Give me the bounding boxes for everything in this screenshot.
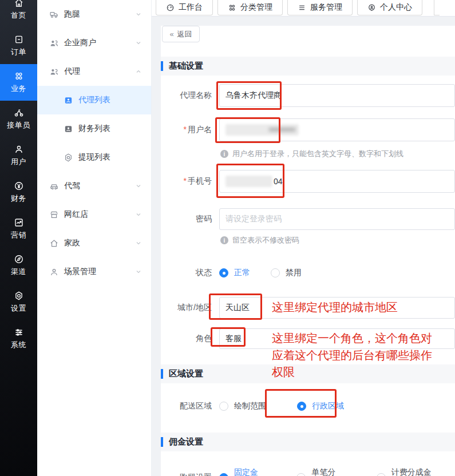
primary-nav-users[interactable]: 用户 (0, 137, 37, 174)
role-value: 客服 (225, 334, 242, 344)
storefront-icon (49, 210, 59, 220)
required-star: * (184, 125, 187, 134)
tab-service-management[interactable]: 服务管理 (287, 0, 353, 15)
role-annotation-text: 这里绑定一个角色，这个角色对 应着这个代理的后台有哪些操作 权限 (272, 330, 432, 381)
menu-item-online-shop[interactable]: 网红店 (37, 200, 151, 229)
password-input[interactable]: 请设定登录密码 (219, 208, 455, 230)
radio-label[interactable]: 计费分成金额 (391, 467, 434, 476)
tab-partial[interactable] (434, 0, 440, 15)
grid-circles-icon (228, 3, 236, 12)
section-title: 佣金设置 (169, 437, 203, 447)
list-icon (298, 3, 306, 12)
primary-nav-marketing[interactable]: 营销 (0, 211, 37, 247)
scooter-icon (49, 10, 59, 19)
menu-item-label: 代理 (64, 66, 80, 77)
radio-selected-icon[interactable] (219, 268, 228, 277)
delivery-option-draw[interactable]: 绘制范围 (219, 401, 266, 411)
radio-unselected-icon[interactable] (271, 268, 280, 277)
primary-nav-finance[interactable]: 财务 (0, 174, 37, 211)
id-card-icon (64, 96, 73, 105)
menu-item-enterprise-merchants[interactable]: 企业商户 (37, 29, 151, 57)
user-icon (14, 144, 24, 154)
menu-item-agents[interactable]: 代理 (37, 57, 151, 86)
menu-item-finance-list[interactable]: 财务列表 (37, 114, 151, 143)
primary-nav-label: 接单员 (7, 120, 30, 130)
chevron-down-icon (135, 240, 142, 247)
radio-unselected-icon[interactable] (219, 402, 228, 411)
menu-item-housekeeping[interactable]: 家政 (37, 229, 151, 257)
status-label: 状态 (161, 268, 219, 278)
radio-label[interactable]: 固定金额 (234, 467, 262, 476)
primary-nav-label: 系统 (11, 340, 26, 350)
radio-label[interactable]: 绘制范围 (234, 401, 266, 411)
primary-nav-label: 业务 (11, 84, 26, 94)
radio-unselected-icon[interactable] (296, 473, 306, 476)
role-label: 角色 (161, 334, 219, 344)
radio-selected-icon[interactable] (219, 473, 228, 476)
menu-item-driving[interactable]: 代驾 (37, 172, 151, 200)
delivery-option-admin[interactable]: 行政区域 (297, 401, 344, 411)
primary-nav-business[interactable]: 业务 (0, 64, 37, 101)
menu-item-scene-management[interactable]: 场景管理 (37, 257, 151, 286)
tab-label: 工作台 (179, 2, 203, 13)
redacted-username-value (225, 124, 299, 136)
menu-item-paotui[interactable]: 跑腿 (37, 0, 151, 29)
password-label: 密码 (161, 214, 219, 224)
menu-item-label: 企业商户 (64, 38, 96, 48)
home-icon (14, 0, 24, 8)
password-placeholder: 请设定登录密码 (225, 214, 282, 224)
errand-option-per-order[interactable]: 单笔分成 (296, 467, 339, 476)
home-outline-icon (49, 239, 59, 248)
primary-nav-home[interactable]: 首页 (0, 0, 37, 27)
menu-item-withdraw-list[interactable]: 提现列表 (37, 143, 151, 172)
primary-nav-label: 渠道 (11, 267, 26, 277)
city-row: 城市/地区 天山区 这里绑定代理的城市地区 (161, 297, 455, 319)
menu-item-label: 代理列表 (78, 95, 110, 105)
phone-label: *手机号 (161, 176, 219, 187)
username-input[interactable] (219, 118, 455, 141)
phone-input[interactable]: 04 (219, 170, 455, 193)
username-row: *用户名 (161, 118, 455, 141)
primary-nav-orders[interactable]: 订单 (0, 27, 37, 64)
people-icon (49, 67, 59, 77)
menu-item-agent-list[interactable]: 代理列表 (37, 86, 151, 114)
errand-option-fixed[interactable]: 固定金额 (219, 467, 262, 476)
section-title: 区域设置 (169, 368, 203, 379)
sliders-icon (14, 327, 24, 338)
role-row: 角色 客服 这里绑定一个角色，这个角色对 应着这个代理的后台有哪些操作 权限 (161, 328, 455, 349)
required-star: * (184, 176, 187, 185)
radio-label[interactable]: 单笔分成 (311, 467, 339, 476)
agent-name-row: 代理名称 乌鲁木齐代理商 (161, 84, 455, 107)
primary-nav-couriers[interactable]: 接单员 (0, 101, 37, 137)
back-button[interactable]: « 返回 (162, 26, 200, 42)
primary-nav-system[interactable]: 系统 (0, 320, 37, 357)
gear-icon (64, 153, 73, 162)
status-option-normal[interactable]: 正常 (219, 268, 250, 278)
chart-icon (14, 217, 24, 228)
primary-nav-channels[interactable]: 渠道 (0, 247, 37, 284)
person-pin-icon (367, 3, 376, 12)
double-chevron-left-icon: « (169, 30, 173, 38)
radio-label[interactable]: 正常 (234, 268, 250, 278)
tab-category-management[interactable]: 分类管理 (217, 0, 283, 15)
primary-nav-settings[interactable]: 设置 (0, 284, 37, 320)
radio-label[interactable]: 禁用 (286, 268, 302, 278)
radio-unselected-icon[interactable] (377, 473, 386, 476)
gear-icon (14, 291, 24, 301)
secondary-sidebar: 跑腿 企业商户 代理 代理列表 财务列表 提现列表 代驾 (37, 0, 152, 476)
info-icon: i (220, 150, 228, 158)
top-tabs-bar: 工作台 分类管理 服务管理 个人中心 (152, 0, 455, 17)
menu-item-label: 财务列表 (78, 124, 110, 134)
tab-workbench[interactable]: 工作台 (156, 0, 213, 15)
radio-label[interactable]: 行政区域 (312, 401, 344, 411)
radio-selected-icon[interactable] (297, 402, 306, 411)
tab-personal-center[interactable]: 个人中心 (357, 0, 422, 15)
errand-option-metered[interactable]: 计费分成金额 (377, 467, 434, 476)
car-icon (49, 181, 59, 191)
menu-item-label: 提现列表 (78, 152, 110, 162)
tab-label: 服务管理 (310, 2, 342, 13)
tab-label: 个人中心 (380, 2, 412, 13)
menu-item-label: 网红店 (64, 209, 88, 220)
status-option-disabled[interactable]: 禁用 (271, 268, 302, 278)
agent-name-input[interactable]: 乌鲁木齐代理商 (219, 84, 455, 107)
